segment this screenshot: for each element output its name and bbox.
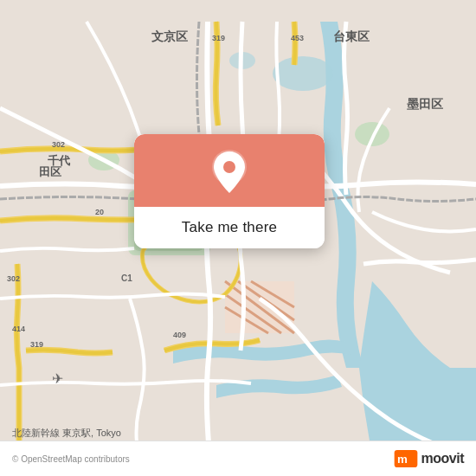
svg-point-1 [273,56,333,91]
bottom-bar: © OpenStreetMap contributors 北陸新幹線 東京駅, … [0,441,476,476]
svg-text:20: 20 [95,208,104,216]
svg-text:319: 319 [30,340,43,349]
svg-text:302: 302 [52,140,65,149]
pin-area [134,134,325,207]
svg-text:台東区: 台東区 [333,29,370,43]
svg-text:302: 302 [7,274,20,283]
svg-point-33 [223,161,235,173]
svg-text:319: 319 [212,34,225,42]
svg-text:田区: 田区 [39,165,61,178]
attribution-text: © OpenStreetMap contributors [12,454,130,464]
moovit-logo: m moovit [394,450,464,467]
svg-text:墨田区: 墨田区 [407,97,443,111]
moovit-brand-text: moovit [421,451,464,466]
svg-text:453: 453 [291,34,304,42]
svg-text:文京区: 文京区 [151,29,188,43]
svg-text:m: m [397,453,408,466]
map-container: 302 302 414 319 319 453 409 20 412 C1 文京… [0,0,476,476]
svg-text:414: 414 [12,325,25,333]
map-pin-icon [210,150,248,195]
svg-text:C1: C1 [121,273,132,283]
moovit-m-icon: m [394,450,418,467]
location-card: Take me there [134,134,325,248]
location-label: 北陸新幹線 東京駅, Tokyo [12,427,121,440]
take-me-there-button[interactable]: Take me there [134,207,325,248]
svg-text:✈: ✈ [52,371,63,386]
svg-text:409: 409 [173,331,186,339]
